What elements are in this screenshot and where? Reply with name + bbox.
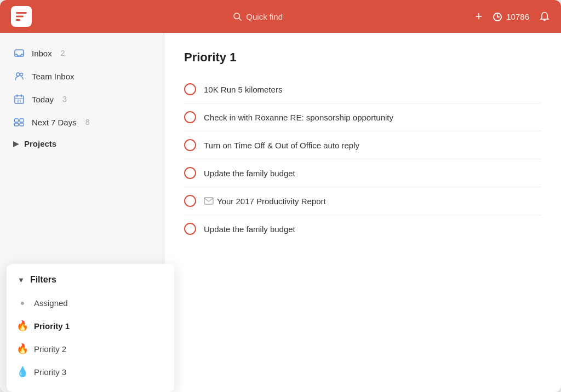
filter-priority2-label: Priority 2	[34, 344, 66, 354]
main-layout: Inbox 2 Team Inbox	[0, 33, 561, 392]
add-button[interactable]: +	[475, 9, 482, 24]
task-email-wrap: Your 2017 Productivity Report	[204, 197, 326, 206]
svg-text:21: 21	[17, 99, 21, 103]
email-icon	[204, 197, 214, 205]
bell-icon[interactable]	[539, 11, 550, 22]
svg-line-4	[239, 18, 242, 20]
svg-rect-0	[16, 12, 27, 14]
task-checkbox-4[interactable]	[184, 167, 196, 179]
main-content: Priority 1 10K Run 5 kilometers Check in…	[164, 33, 561, 392]
search-icon	[233, 12, 242, 21]
task-text-6: Update the family budget	[204, 224, 295, 234]
priority3-dot-icon: 💧	[18, 366, 27, 378]
filter-item-priority2[interactable]: 🔥 Priority 2	[7, 337, 174, 360]
next7days-label: Next 7 Days	[32, 118, 77, 127]
task-text-1: 10K Run 5 kilometers	[204, 85, 282, 94]
projects-chevron-icon: ▶	[13, 140, 19, 148]
filters-label: Filters	[30, 275, 56, 285]
team-inbox-icon	[13, 70, 25, 82]
team-inbox-label: Team Inbox	[32, 72, 75, 81]
today-badge: 3	[62, 95, 67, 103]
search-bar[interactable]: Quick find	[41, 12, 475, 21]
svg-rect-15	[20, 119, 24, 122]
svg-rect-14	[15, 119, 19, 122]
filter-item-priority1[interactable]: 🔥 Priority 1	[7, 314, 174, 337]
task-item-2: Check in with Roxanne RE: sponsorship op…	[184, 103, 541, 131]
projects-section[interactable]: ▶ Projects	[0, 134, 164, 154]
inbox-icon	[13, 47, 25, 59]
task-item-5: Your 2017 Productivity Report	[184, 187, 541, 215]
task-checkbox-5[interactable]	[184, 195, 196, 207]
today-icon: 21	[13, 93, 25, 105]
svg-rect-1	[16, 16, 24, 18]
task-item-1: 10K Run 5 kilometers	[184, 76, 541, 103]
sidebar-item-next7days[interactable]: Next 7 Days 8	[0, 111, 164, 134]
filter-item-assigned[interactable]: ● Assigned	[7, 291, 174, 314]
task-checkbox-1[interactable]	[184, 83, 196, 95]
today-label: Today	[32, 95, 54, 104]
app-logo[interactable]	[11, 6, 32, 27]
task-text-3: Turn on Time Off & Out of Office auto re…	[204, 141, 359, 150]
projects-label: Projects	[24, 139, 56, 148]
app-window: Quick find + 10786	[0, 0, 561, 392]
filter-assigned-label: Assigned	[34, 298, 68, 308]
filters-header[interactable]: ▼ Filters	[7, 268, 174, 291]
score-value: 10786	[506, 12, 529, 21]
filter-item-priority3[interactable]: 💧 Priority 3	[7, 360, 174, 383]
svg-rect-17	[20, 123, 24, 126]
task-checkbox-6[interactable]	[184, 223, 196, 235]
timer-icon	[492, 11, 503, 22]
topbar-actions: + 10786	[475, 9, 550, 24]
filter-priority1-label: Priority 1	[34, 321, 70, 331]
section-title: Priority 1	[184, 50, 541, 65]
task-item-4: Update the family budget	[184, 159, 541, 187]
task-text-2: Check in with Roxanne RE: sponsorship op…	[204, 113, 393, 122]
inbox-badge: 2	[61, 49, 65, 57]
next7days-badge: 8	[85, 118, 90, 126]
task-checkbox-2[interactable]	[184, 111, 196, 123]
task-list: 10K Run 5 kilometers Check in with Roxan…	[184, 76, 541, 243]
task-checkbox-3[interactable]	[184, 139, 196, 151]
task-item-3: Turn on Time Off & Out of Office auto re…	[184, 131, 541, 159]
filters-panel: ▼ Filters ● Assigned 🔥 Priority 1 🔥 Prio…	[7, 264, 174, 392]
inbox-label: Inbox	[32, 49, 52, 58]
svg-point-8	[20, 73, 23, 76]
sidebar-item-team-inbox[interactable]: Team Inbox	[0, 65, 164, 88]
svg-rect-6	[15, 50, 24, 56]
task-item-6: Update the family budget	[184, 215, 541, 243]
svg-rect-16	[15, 123, 19, 126]
next7days-icon	[13, 116, 25, 128]
task-text-4: Update the family budget	[204, 169, 295, 178]
priority2-dot-icon: 🔥	[18, 343, 27, 355]
sidebar: Inbox 2 Team Inbox	[0, 33, 164, 392]
karma-score: 10786	[492, 11, 529, 22]
search-placeholder-text: Quick find	[246, 12, 283, 21]
task-text-5: Your 2017 Productivity Report	[217, 197, 326, 206]
sidebar-item-inbox[interactable]: Inbox 2	[0, 42, 164, 65]
sidebar-item-today[interactable]: 21 Today 3	[0, 88, 164, 111]
topbar: Quick find + 10786	[0, 0, 561, 33]
svg-rect-2	[16, 19, 20, 21]
filters-chevron-icon: ▼	[18, 276, 25, 284]
filter-priority3-label: Priority 3	[34, 367, 66, 377]
svg-point-7	[16, 73, 20, 76]
assigned-dot-icon: ●	[18, 297, 27, 309]
svg-rect-18	[204, 198, 213, 204]
priority1-dot-icon: 🔥	[18, 320, 27, 332]
